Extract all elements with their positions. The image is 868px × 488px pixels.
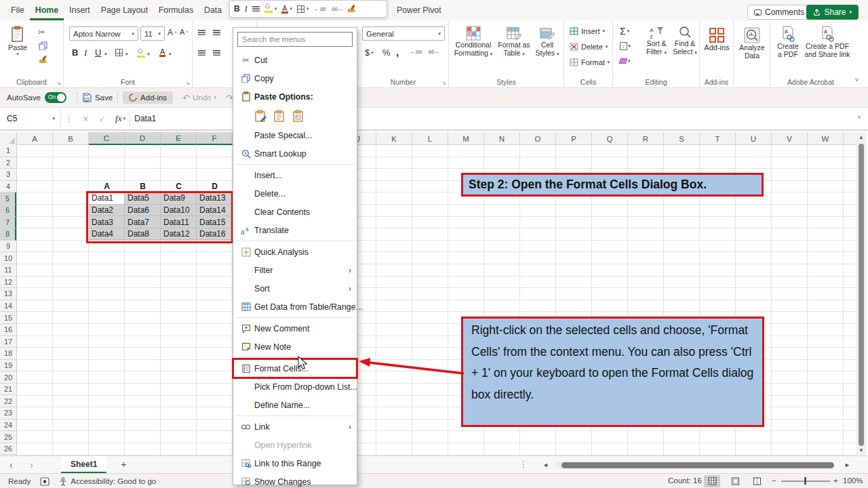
menu-item-insert[interactable]: Insert... <box>233 166 357 184</box>
font-color-icon[interactable]: A <box>159 48 165 57</box>
tab-page-layout[interactable]: Page Layout <box>96 0 153 20</box>
copy-icon[interactable] <box>39 41 47 50</box>
column-header[interactable]: O <box>520 132 556 145</box>
row-header[interactable]: 6 <box>0 205 16 217</box>
menu-item-new-comment[interactable]: New Comment <box>233 319 357 338</box>
menu-item-sort[interactable]: Sort › <box>233 279 357 298</box>
column-header[interactable]: L <box>412 132 448 145</box>
row-header[interactable]: 18 <box>0 348 16 360</box>
tab-insert[interactable]: Insert <box>64 0 96 20</box>
create-pdf-share-button[interactable]: A Create a PDF and Share link <box>804 26 850 58</box>
column-header[interactable]: T <box>700 132 736 145</box>
column-header[interactable]: N <box>484 132 520 145</box>
bold-button[interactable]: B <box>72 47 78 58</box>
zoom-slider-thumb[interactable] <box>804 477 806 485</box>
menu-item-define-name[interactable]: Define Name... <box>233 396 357 414</box>
menu-item-get-data[interactable]: Get Data from Table/Range... <box>233 298 357 316</box>
namebox-resizer[interactable]: ⋮ <box>65 114 73 123</box>
column-header[interactable]: P <box>556 132 592 145</box>
sheet-tab-active[interactable]: Sheet1 <box>61 456 106 473</box>
tab-data[interactable]: Data <box>199 0 227 20</box>
menu-item-smart-lookup[interactable]: Smart Lookup <box>233 144 357 163</box>
create-pdf-button[interactable]: A Create a PDF <box>772 26 804 58</box>
chevron-down-icon[interactable]: ▾ <box>169 52 172 57</box>
insert-cells-button[interactable]: Insert▾ <box>570 27 605 35</box>
zoom-level[interactable]: 100% <box>843 476 863 485</box>
clear-eraser-icon[interactable]: ▾ <box>620 58 631 64</box>
menu-search-input[interactable] <box>237 32 353 47</box>
select-all-corner[interactable] <box>0 132 17 145</box>
italic-icon[interactable]: I <box>245 4 248 14</box>
increase-decimal-icon[interactable]: ←.00 <box>410 49 422 55</box>
row-header[interactable]: 23 <box>0 407 16 420</box>
addins-button[interactable]: Add-ins <box>702 27 732 52</box>
row-header[interactable]: 20 <box>0 371 16 384</box>
font-name-select[interactable]: Aptos Narrow▾ <box>69 26 138 41</box>
addins-qat-button[interactable]: Add-ins <box>123 92 173 104</box>
autosum-button[interactable]: Σ▾ <box>620 26 629 37</box>
align-center-icon[interactable] <box>213 50 220 56</box>
sort-filter-button[interactable]: AZ Sort & Filter ▾ <box>642 26 671 57</box>
scissors-icon[interactable]: ✂ <box>38 27 45 37</box>
new-sheet-icon[interactable]: + <box>121 458 127 470</box>
chevron-down-icon[interactable]: ▾ <box>147 52 150 57</box>
column-header[interactable]: E <box>161 132 197 145</box>
clipboard-dialog-launcher-icon[interactable]: ↘ <box>56 80 61 86</box>
decrease-decimal-icon[interactable]: .00→ <box>331 6 343 12</box>
row-header[interactable]: 1 <box>0 145 16 157</box>
column-header[interactable]: Q <box>592 132 628 145</box>
font-dialog-launcher-icon[interactable]: ↘ <box>185 80 190 86</box>
row-header[interactable]: 17 <box>0 336 16 348</box>
increase-decimal-icon[interactable]: ←.00 <box>314 6 326 12</box>
decrease-decimal-icon[interactable]: .00→ <box>427 49 439 55</box>
menu-item-quick-analysis[interactable]: Quick Analysis <box>233 243 357 261</box>
accessibility-status[interactable]: Accessibility: Good to go <box>59 477 156 486</box>
chevron-down-icon[interactable]: ▾ <box>104 52 107 57</box>
font-size-select[interactable]: 11▾ <box>140 26 165 41</box>
row-header[interactable]: 13 <box>0 288 16 300</box>
align-left-icon[interactable] <box>198 50 205 56</box>
menu-item-translate[interactable]: aã Translate <box>233 221 357 239</box>
tab-power-pivot[interactable]: Power Pivot <box>397 0 441 20</box>
paste-picture-icon[interactable] <box>292 110 305 123</box>
row-header[interactable]: 2 <box>0 157 16 169</box>
row-header[interactable]: 24 <box>0 420 16 432</box>
column-header[interactable]: B <box>53 132 89 145</box>
menu-item-show-changes[interactable]: Show Changes <box>233 472 357 488</box>
number-dialog-launcher-icon[interactable]: ↘ <box>441 80 446 86</box>
row-header[interactable]: 14 <box>0 300 16 312</box>
column-header[interactable]: W <box>808 132 844 145</box>
menu-item-link-to-range[interactable]: Link to this Range <box>233 454 357 472</box>
column-header[interactable]: K <box>376 132 412 145</box>
scroll-down-icon[interactable]: ▼ <box>856 447 867 453</box>
menu-item-new-note[interactable]: New Note <box>233 338 357 356</box>
macro-record-icon[interactable] <box>40 477 50 486</box>
align-lines-icon[interactable] <box>252 6 260 12</box>
row-header[interactable]: 4 <box>0 181 16 193</box>
menu-item-cut[interactable]: ✂ Cut <box>233 51 357 69</box>
prev-sheet-icon[interactable]: ‹ <box>9 456 13 474</box>
scrollbar-resizer[interactable]: ⋮ <box>519 460 528 469</box>
tab-formulas[interactable]: Formulas <box>153 0 199 20</box>
menu-item-link[interactable]: Link › <box>233 418 357 436</box>
scroll-right-icon[interactable]: ► <box>844 462 850 468</box>
fill-down-icon[interactable]: ↓▾ <box>620 42 631 50</box>
menu-item-format-cells[interactable]: Format Cells... <box>233 359 357 378</box>
row-header[interactable]: 22 <box>0 395 16 407</box>
zoom-out-icon[interactable]: − <box>772 476 776 485</box>
vertical-scroll-thumb[interactable] <box>859 144 864 446</box>
row-header[interactable]: 12 <box>0 277 16 289</box>
conditional-formatting-button[interactable]: Conditional Formatting ▾ <box>453 26 494 58</box>
share-button[interactable]: Share ▾ <box>806 5 859 20</box>
scroll-up-icon[interactable]: ▲ <box>856 134 867 140</box>
comma-format-button[interactable]: , <box>396 46 399 58</box>
name-box[interactable]: C5 ▾ <box>1 110 61 127</box>
column-header[interactable]: C <box>89 132 125 145</box>
fill-color-icon[interactable] <box>264 5 273 13</box>
chevron-down-icon[interactable]: ▾ <box>290 6 293 12</box>
column-header[interactable]: S <box>664 132 700 145</box>
font-color-icon[interactable]: A <box>281 5 288 14</box>
row-header[interactable]: 10 <box>0 252 16 264</box>
autosave-toggle[interactable]: On <box>45 92 66 103</box>
comments-button[interactable]: Comments <box>747 5 811 20</box>
